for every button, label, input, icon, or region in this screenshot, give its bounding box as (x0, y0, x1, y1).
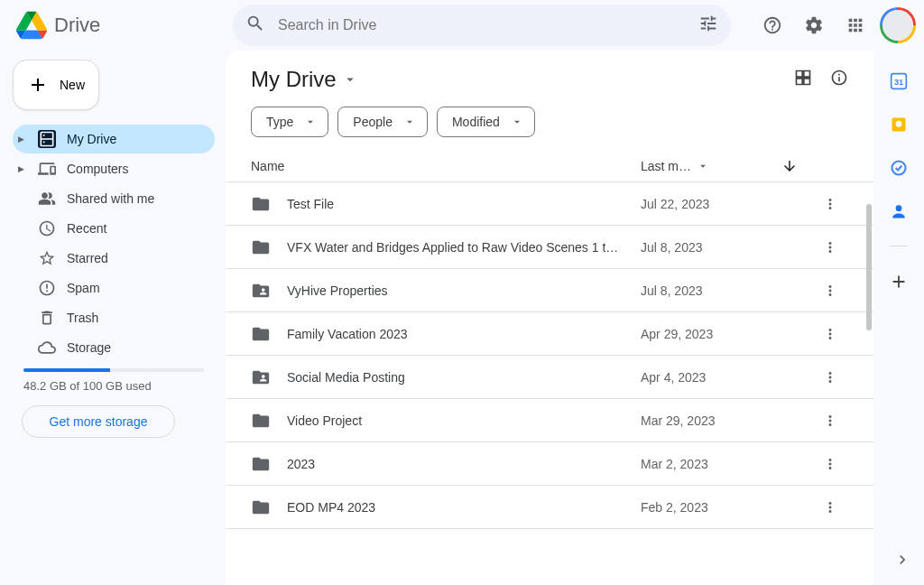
table-row[interactable]: VyHive PropertiesJul 8, 2023 (226, 269, 873, 312)
sidebar: New ▶ My Drive ▶ Computers Shared with m… (0, 51, 226, 585)
sidebar-item-label: Trash (67, 311, 98, 325)
settings-icon[interactable] (796, 7, 832, 43)
search-box[interactable] (233, 5, 731, 46)
more-actions-icon[interactable] (812, 283, 848, 299)
calendar-app-icon[interactable]: 31 (890, 72, 908, 90)
search-icon (245, 14, 265, 37)
file-name: Video Project (282, 413, 641, 428)
sidebar-item-label: Spam (67, 281, 100, 295)
folder-shared-icon (251, 281, 282, 301)
sort-direction[interactable] (767, 158, 812, 174)
expand-icon: ▶ (18, 135, 27, 144)
cloud-icon (38, 339, 56, 357)
table-row[interactable]: Test FileJul 22, 2023 (226, 182, 873, 226)
chevron-down-icon (304, 116, 317, 128)
sidebar-item-label: Storage (67, 340, 111, 355)
help-icon[interactable] (754, 7, 790, 43)
sidebar-item-label: Computers (67, 162, 128, 176)
file-name: VyHive Properties (282, 283, 641, 298)
recent-icon (38, 219, 56, 237)
app-name: Drive (54, 14, 100, 37)
info-icon[interactable] (830, 69, 848, 90)
storage-bar (23, 368, 204, 372)
file-name: 2023 (282, 457, 641, 471)
main-panel: My Drive Type People Modified Name Last … (226, 51, 873, 585)
table-row[interactable]: VFX Water and Bridges Applied to Raw Vid… (226, 226, 873, 269)
svg-point-5 (896, 205, 902, 211)
filter-chip-modified[interactable]: Modified (437, 107, 535, 137)
sidebar-item-storage[interactable]: Storage (13, 333, 215, 362)
drive-logo-icon (16, 10, 47, 41)
filter-chip-type[interactable]: Type (251, 107, 328, 137)
sidebar-item-label: My Drive (67, 132, 116, 146)
table-row[interactable]: 2023Mar 2, 2023 (226, 442, 873, 486)
file-date: Apr 4, 2023 (641, 370, 767, 385)
computers-icon (38, 160, 56, 178)
more-actions-icon[interactable] (812, 369, 848, 385)
chevron-down-icon (403, 116, 416, 128)
breadcrumb[interactable]: My Drive (251, 67, 358, 92)
chevron-down-icon (511, 116, 523, 128)
table-row[interactable]: EOD MP4 2023Feb 2, 2023 (226, 486, 873, 529)
keep-app-icon[interactable] (890, 116, 908, 134)
side-panel: 31 (873, 51, 924, 585)
sidebar-item-trash[interactable]: Trash (13, 303, 215, 332)
folder-icon (251, 454, 282, 474)
sidebar-item-label: Shared with me (67, 191, 154, 206)
file-name: EOD MP4 2023 (282, 500, 641, 515)
folder-icon (251, 411, 282, 431)
more-actions-icon[interactable] (812, 326, 848, 342)
search-options-icon[interactable] (698, 14, 718, 37)
column-name[interactable]: Name (251, 159, 641, 173)
plus-icon (27, 74, 49, 96)
file-name: Family Vacation 2023 (282, 327, 641, 341)
contacts-app-icon[interactable] (890, 202, 908, 220)
file-date: Jul 8, 2023 (641, 283, 767, 298)
new-button-label: New (60, 78, 85, 92)
add-app-icon[interactable] (889, 272, 909, 295)
file-date: Apr 29, 2023 (641, 327, 767, 341)
file-name: Test File (282, 197, 641, 211)
filters: Type People Modified (226, 92, 873, 150)
sidebar-item-shared[interactable]: Shared with me (13, 184, 215, 213)
scrollbar-thumb[interactable] (866, 204, 872, 330)
arrow-down-icon (781, 158, 798, 174)
spam-icon (38, 279, 56, 297)
more-actions-icon[interactable] (812, 239, 848, 255)
my-drive-icon (38, 130, 56, 148)
rail-separator (890, 246, 908, 246)
grid-view-icon[interactable] (794, 69, 812, 90)
folder-icon (251, 194, 282, 214)
table-row[interactable]: Family Vacation 2023Apr 29, 2023 (226, 312, 873, 356)
more-actions-icon[interactable] (812, 499, 848, 515)
file-date: Jul 8, 2023 (641, 240, 767, 255)
sidebar-item-computers[interactable]: ▶ Computers (13, 154, 215, 183)
sidebar-item-spam[interactable]: Spam (13, 274, 215, 302)
sidebar-item-starred[interactable]: Starred (13, 244, 215, 273)
chevron-down-icon (342, 71, 358, 88)
hide-panel-icon[interactable] (893, 551, 911, 572)
folder-icon (251, 497, 282, 517)
sidebar-item-recent[interactable]: Recent (13, 214, 215, 243)
breadcrumb-title: My Drive (251, 67, 337, 92)
account-avatar[interactable] (882, 10, 913, 41)
expand-icon: ▶ (18, 164, 27, 173)
more-actions-icon[interactable] (812, 413, 848, 429)
table-row[interactable]: Social Media PostingApr 4, 2023 (226, 356, 873, 399)
folder-icon (251, 237, 282, 257)
apps-icon[interactable] (837, 7, 873, 43)
more-actions-icon[interactable] (812, 196, 848, 212)
logo-area[interactable]: Drive (11, 10, 226, 41)
new-button[interactable]: New (13, 60, 99, 110)
file-name: VFX Water and Bridges Applied to Raw Vid… (282, 240, 641, 255)
get-storage-button[interactable]: Get more storage (22, 405, 175, 438)
tasks-app-icon[interactable] (890, 159, 908, 177)
sidebar-item-my-drive[interactable]: ▶ My Drive (13, 125, 215, 153)
more-actions-icon[interactable] (812, 456, 848, 472)
filter-chip-people[interactable]: People (337, 107, 428, 137)
table-row[interactable]: Video ProjectMar 29, 2023 (226, 399, 873, 442)
search-input[interactable] (278, 17, 686, 33)
sidebar-item-label: Starred (67, 251, 108, 265)
storage-usage-text: 48.2 GB of 100 GB used (23, 379, 215, 393)
column-last-modified[interactable]: Last m… (641, 159, 767, 173)
